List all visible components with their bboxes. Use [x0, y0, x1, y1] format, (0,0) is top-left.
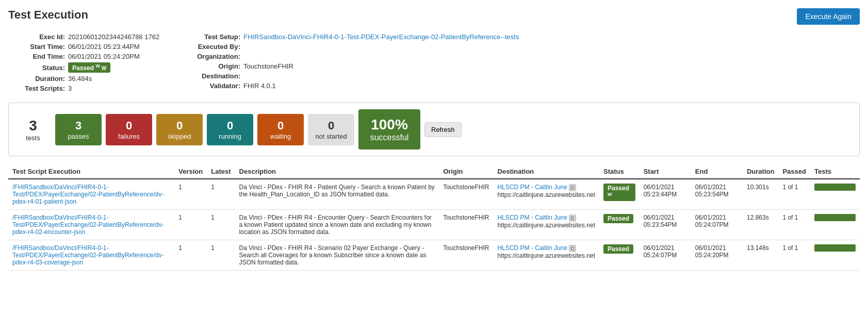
refresh-button[interactable]: Refresh	[424, 122, 462, 137]
td-passed: 1 of 1	[778, 179, 810, 210]
td-status: Passed	[599, 210, 640, 240]
stat-failures: 0 failures	[106, 114, 152, 145]
meta-section: Exec Id: 20210601202344246788 1762 Start…	[8, 33, 860, 94]
success-pct: 100%	[369, 117, 410, 133]
td-origin: TouchstoneFHIR	[439, 179, 493, 210]
header-row: Test Execution Execute Again	[8, 8, 860, 25]
destination-row: Destination:	[184, 72, 519, 80]
table-row: /FHIRSandbox/DaVinci/FHIR4-0-1-Test/PDEX…	[8, 210, 860, 240]
origin-row: Origin: TouchstoneFHIR	[184, 62, 519, 70]
page: Test Execution Execute Again Exec Id: 20…	[0, 0, 868, 279]
copy-icon[interactable]: C	[569, 184, 576, 191]
td-tests	[810, 210, 860, 240]
organization-row: Organization:	[184, 53, 519, 60]
not-started-num: 0	[315, 119, 347, 132]
destination-link[interactable]: HLSCD PM - Caitlin June	[498, 184, 567, 191]
destination-link[interactable]: HLSCD PM - Caitlin June	[498, 244, 567, 252]
td-origin: TouchstoneFHIR	[439, 240, 493, 271]
execute-again-button[interactable]: Execute Again	[797, 8, 860, 25]
validator-value: FHIR 4.0.1	[243, 82, 276, 90]
start-time-label: Start Time:	[8, 43, 65, 51]
destination-link[interactable]: HLSCD PM - Caitlin June	[498, 214, 567, 221]
running-label: running	[214, 132, 246, 140]
page-title: Test Execution	[8, 8, 88, 22]
success-label: successful	[369, 133, 410, 142]
stat-waiting: 0 waiting	[257, 114, 304, 145]
start-time-row: Start Time: 06/01/2021 05:23:44PM	[8, 43, 163, 51]
td-destination: HLSCD PM - Caitlin JuneChttps://caitlinj…	[494, 240, 599, 271]
copy-icon[interactable]: C	[569, 214, 576, 222]
col-version: Version	[174, 164, 207, 179]
td-start: 06/01/2021 05:24:07PM	[640, 240, 691, 271]
td-description: Da Vinci - PDex - FHIR R4 - Scenario 02 …	[235, 240, 439, 271]
col-passed: Passed	[778, 164, 810, 179]
col-status: Status	[599, 164, 640, 179]
progress-bar	[814, 244, 856, 252]
destination-label: Destination:	[184, 72, 240, 80]
status-label: Status:	[8, 64, 65, 72]
test-scripts-value: 3	[68, 85, 72, 92]
test-setup-link[interactable]: FHIRSandbox-DaVinci-FHIR4-0-1-Test-PDEX-…	[243, 33, 519, 41]
header-row: Test Script Execution Version Latest Des…	[8, 164, 860, 179]
validator-label: Validator:	[184, 82, 240, 90]
duration-value: 36.484s	[68, 75, 92, 82]
col-end: End	[691, 164, 743, 179]
executed-by-label: Executed By:	[184, 43, 240, 51]
success-box: 100% successful	[358, 109, 420, 150]
passes-label: passes	[62, 132, 94, 140]
td-origin: TouchstoneFHIR	[439, 210, 493, 240]
td-latest: 1	[207, 240, 235, 271]
td-script: /FHIRSandbox/DaVinci/FHIR4-0-1-Test/PDEX…	[8, 210, 174, 240]
col-destination: Destination	[494, 164, 599, 179]
stats-row: 3 tests 3 passes 0 failures 0 skipped 0 …	[8, 103, 860, 156]
not-started-label: not started	[315, 132, 347, 140]
script-link[interactable]: /FHIRSandbox/DaVinci/FHIR4-0-1-Test/PDEX…	[12, 184, 163, 205]
td-tests	[810, 240, 860, 271]
waiting-label: waiting	[265, 132, 297, 140]
status-badge: Passed W	[68, 62, 110, 73]
waiting-num: 0	[265, 119, 297, 132]
col-duration: Duration	[743, 164, 778, 179]
script-link[interactable]: /FHIRSandbox/DaVinci/FHIR4-0-1-Test/PDEX…	[12, 214, 163, 236]
test-setup-row: Test Setup: FHIRSandbox-DaVinci-FHIR4-0-…	[184, 33, 519, 41]
duration-label: Duration:	[8, 75, 65, 82]
progress-bar	[814, 214, 856, 221]
stat-passes: 3 passes	[55, 114, 102, 145]
td-duration: 13.148s	[743, 240, 778, 271]
td-passed: 1 of 1	[778, 240, 810, 271]
end-time-value: 06/01/2021 05:24:20PM	[68, 53, 140, 60]
td-duration: 12.863s	[743, 210, 778, 240]
col-tests: Tests	[810, 164, 860, 179]
td-destination: HLSCD PM - Caitlin JuneChttps://caitlinj…	[494, 210, 599, 240]
stat-total: 3 tests	[15, 118, 51, 142]
td-description: Da Vinci - PDex - FHIR R4 - Encounter Qu…	[235, 210, 439, 240]
test-execution-table: Test Script Execution Version Latest Des…	[8, 164, 860, 271]
validator-row: Validator: FHIR 4.0.1	[184, 82, 519, 90]
td-status: Passed W	[599, 179, 640, 210]
skipped-label: skipped	[163, 132, 195, 140]
copy-icon[interactable]: C	[569, 245, 576, 252]
script-link[interactable]: /FHIRSandbox/DaVinci/FHIR4-0-1-Test/PDEX…	[12, 244, 163, 266]
table-row: /FHIRSandbox/DaVinci/FHIR4-0-1-Test/PDEX…	[8, 240, 860, 271]
td-status: Passed	[599, 240, 640, 271]
td-end: 06/01/2021 05:24:07PM	[691, 210, 743, 240]
origin-label: Origin:	[184, 62, 240, 70]
status-badge: Passed W	[603, 184, 635, 201]
col-origin: Origin	[439, 164, 493, 179]
exec-id-row: Exec Id: 20210601202344246788 1762	[8, 33, 163, 41]
organization-label: Organization:	[184, 53, 240, 60]
total-num: 3	[15, 118, 51, 134]
table-header: Test Script Execution Version Latest Des…	[8, 164, 860, 179]
failures-num: 0	[113, 119, 145, 132]
td-version: 1	[174, 240, 207, 271]
destination-url: https://caitlinjune.azurewebsites.net	[498, 191, 595, 198]
total-label: tests	[15, 134, 51, 142]
duration-row: Duration: 36.484s	[8, 75, 163, 82]
end-time-row: End Time: 06/01/2021 05:24:20PM	[8, 53, 163, 60]
test-setup-label: Test Setup:	[184, 33, 240, 41]
col-latest: Latest	[207, 164, 235, 179]
test-scripts-label: Test Scripts:	[8, 85, 65, 92]
col-script: Test Script Execution	[8, 164, 174, 179]
td-latest: 1	[207, 210, 235, 240]
td-script: /FHIRSandbox/DaVinci/FHIR4-0-1-Test/PDEX…	[8, 179, 174, 210]
